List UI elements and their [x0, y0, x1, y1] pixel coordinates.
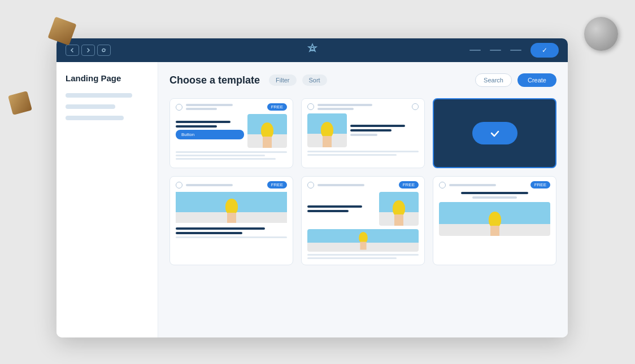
card-1-radio[interactable] [176, 104, 182, 111]
card-5-hand-rect-2 [360, 242, 366, 250]
main-area: Choose a template Filter Sort Search Cre… [158, 62, 568, 337]
toolbar-confirm-icon: ✓ [542, 46, 547, 54]
card-2-split [307, 113, 419, 147]
card-6-text-2 [472, 196, 517, 199]
card-6-image [439, 202, 550, 236]
card-5-radio[interactable] [307, 182, 314, 188]
template-card-4[interactable]: FREE [169, 176, 293, 265]
card-5-dual-img [307, 229, 419, 252]
card-2-footer-1 [307, 151, 419, 152]
card-2-radio[interactable] [307, 103, 314, 110]
card-4-hand-rect [227, 213, 236, 223]
svg-point-0 [311, 47, 314, 51]
card-2-lemon-oval [321, 122, 333, 138]
template-card-6[interactable]: FREE [433, 176, 556, 265]
card-2-lemon-bg [307, 113, 347, 147]
card-5-lemon-bg [379, 192, 419, 226]
forward-button[interactable] [81, 45, 95, 56]
card-1-line-1 [186, 104, 233, 106]
create-button[interactable]: Create [517, 73, 556, 87]
card-2-lemon-hand [319, 119, 336, 147]
card-5-lemon-hand [390, 198, 407, 226]
back-button[interactable] [66, 45, 79, 56]
card-6-hand-rect [490, 226, 499, 236]
card-5-split [307, 192, 419, 226]
card-5-text-2 [307, 210, 349, 212]
card-4-title [186, 184, 264, 186]
browser-content: Landing Page Choose a template Filter So… [56, 62, 568, 337]
card-2-line-1 [318, 104, 372, 106]
card-1-action-btn[interactable]: Button [176, 130, 244, 139]
card-4-text-1 [176, 227, 265, 230]
card-4-header: FREE [170, 177, 293, 192]
card-3-check-button[interactable] [472, 122, 517, 144]
card-1-title [186, 104, 264, 110]
browser-window: ✓ Landing Page Choose a template Filter … [56, 38, 568, 337]
card-6-radio[interactable] [439, 182, 446, 188]
card-6-text-center [439, 192, 550, 199]
card-5-footer-2 [307, 257, 397, 259]
card-2-text-3 [350, 134, 377, 136]
sidebar-item-3[interactable] [66, 116, 124, 120]
sidebar: Landing Page [56, 62, 158, 337]
card-4-text-2 [176, 232, 242, 234]
refresh-button[interactable] [97, 45, 111, 56]
card-6-lemon-hand [486, 209, 503, 236]
search-input[interactable]: Search [475, 73, 512, 87]
main-header: Choose a template Filter Sort Search Cre… [169, 73, 556, 87]
toolbar-dash-3 [510, 50, 521, 51]
card-2-title [318, 104, 408, 110]
page-title: Choose a template [169, 74, 260, 86]
card-1-footer [176, 151, 287, 160]
card-6-line-1 [449, 184, 496, 186]
card-1-footer-2 [176, 155, 265, 156]
card-4-badge: FREE [267, 181, 287, 188]
filter-button[interactable]: Filter [269, 74, 296, 86]
template-grid: FREE Button [169, 98, 556, 265]
card-2-radio-right [412, 103, 419, 110]
card-2-hand-rect [323, 136, 332, 147]
card-3-content [434, 99, 555, 167]
toolbar-confirm-button[interactable]: ✓ [530, 43, 559, 58]
card-2-footer [307, 151, 419, 156]
card-1-body: Button [170, 114, 293, 165]
card-6-badge: FREE [530, 181, 550, 188]
card-5-badge: FREE [399, 181, 419, 188]
card-4-lemon-hand [223, 196, 240, 223]
card-1-header: FREE [170, 99, 293, 114]
template-card-1[interactable]: FREE Button [169, 98, 293, 168]
card-5-footer-1 [307, 254, 419, 256]
sort-button[interactable]: Sort [302, 74, 327, 86]
card-2-header [302, 99, 424, 113]
card-1-footer-3 [176, 158, 276, 160]
template-card-5[interactable]: FREE [301, 176, 425, 265]
card-5-image [379, 192, 419, 226]
template-card-3[interactable] [433, 98, 556, 168]
card-4-line-1 [186, 184, 233, 186]
sidebar-item-1[interactable] [66, 93, 132, 98]
card-1-lemon-bg [247, 114, 287, 148]
card-5-hand-rect [394, 214, 403, 226]
card-4-footer-1 [176, 236, 287, 238]
card-6-lemon-oval [489, 212, 501, 227]
deco-sphere [584, 17, 618, 51]
card-2-line-2 [318, 108, 354, 110]
card-2-body [302, 113, 424, 161]
card-4-radio[interactable] [176, 182, 182, 188]
card-5-line-1 [318, 184, 364, 186]
card-1-lemon-hand [259, 120, 276, 148]
template-card-2[interactable] [301, 98, 425, 168]
sidebar-item-2[interactable] [66, 104, 115, 109]
card-5-lemon-hand-2 [357, 230, 369, 250]
card-1-badge: FREE [267, 103, 287, 111]
deco-cube-mid [8, 91, 32, 115]
card-5-header: FREE [302, 177, 424, 192]
toolbar-right: ✓ [469, 43, 559, 58]
toolbar-dash-2 [490, 50, 501, 51]
card-4-image-top [176, 192, 287, 223]
card-5-text-col [307, 192, 376, 226]
card-4-bottom [176, 227, 287, 234]
card-1-split: Button [176, 114, 287, 148]
card-2-text-col [350, 113, 419, 147]
card-2-footer-2 [307, 154, 397, 156]
